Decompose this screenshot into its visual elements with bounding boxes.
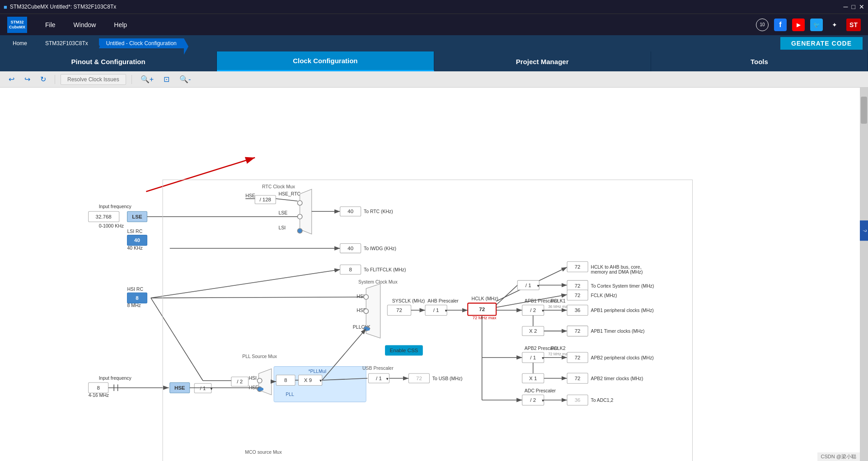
icon-youtube: ▶: [792, 19, 805, 31]
menu-window[interactable]: Window: [74, 21, 96, 28]
apb1-timer-value: 72: [575, 328, 581, 334]
hclk-label-header: HCLK (MHz): [472, 296, 498, 301]
tab-bar: Pinout & Configuration Clock Configurati…: [0, 51, 868, 71]
cortex-div-dropdown: ▼: [536, 284, 540, 288]
pclk2-label: PCLK2: [550, 346, 565, 351]
pll-value: 8: [284, 377, 287, 383]
resolve-clock-issues-button[interactable]: Resolve Clock Issues: [61, 74, 126, 85]
hclk-max: 72 MHz max: [473, 315, 497, 320]
minimize-btn[interactable]: ─: [844, 3, 848, 10]
hclk-cortex-div-line: [496, 285, 517, 305]
diagram-area[interactable]: Input frequency 32.768 0-1000 KHz LSE LS…: [0, 88, 860, 461]
lsi-line-label: LSI: [279, 225, 286, 230]
sys-mux-radio-2[interactable]: [364, 309, 368, 313]
right-scrollbar[interactable]: ?: [860, 88, 868, 461]
icon-10: 10: [756, 19, 769, 31]
apb1-div-value: / 2: [530, 307, 536, 313]
input-freq-1-unit: 0-1000 KHz: [99, 224, 124, 228]
to-iwdg-label: To IWDG (KHz): [364, 246, 396, 251]
redo-button[interactable]: ↪: [21, 73, 33, 85]
hsi-to-div2: [151, 298, 203, 381]
sys-mux-radio-1[interactable]: [364, 295, 368, 299]
hse-div1-dropdown: ▼: [210, 386, 213, 391]
hclk-ahb-value: 72: [575, 264, 581, 270]
hse128-to-mux: [276, 199, 297, 201]
pll-mux-radio-1[interactable]: [257, 378, 262, 383]
rtc-mux-radio-3-selected[interactable]: [297, 228, 302, 233]
help-panel-btn[interactable]: ?: [860, 220, 868, 241]
hclk-ahb-label-2: memory and DMA (MHz): [591, 270, 643, 275]
input-freq-2-value: 8: [97, 385, 99, 391]
apb2-div-value: / 1: [530, 355, 536, 360]
hsi-div2-value: / 2: [237, 379, 243, 384]
breadcrumb-device[interactable]: STM32F103C8Tx: [38, 38, 95, 48]
adc-prescaler-label: ADC Prescaler: [525, 388, 556, 393]
undo-button[interactable]: ↩: [5, 73, 18, 85]
hclk-ahb-label: HCLK to AHB bus, core,: [591, 265, 641, 270]
apb1-periph-label: APB1 peripheral clocks (MHz): [591, 308, 653, 313]
fclk-value: 72: [575, 293, 581, 298]
hse-rtc-label: HSE: [245, 193, 255, 198]
sys-hsi-label: HSI: [357, 294, 364, 299]
hsi-to-sysmux: [151, 297, 364, 298]
system-clock-mux-label: System Clock Mux: [358, 279, 398, 284]
hse-div1-value: / 1: [200, 386, 206, 391]
apb1-div-dropdown: ▼: [541, 308, 545, 313]
rtc-mux-radio-1[interactable]: [297, 200, 302, 205]
fit-button[interactable]: ⊡: [160, 73, 173, 85]
to-iwdg-value: 40: [347, 246, 353, 251]
apb2-timer-value: 72: [575, 376, 581, 381]
menu-file[interactable]: File: [45, 21, 56, 28]
toolbar: ↩ ↪ ↻ Resolve Clock Issues 🔍+ ⊡ 🔍-: [0, 71, 868, 88]
generate-code-button[interactable]: GENERATE CODE: [780, 37, 863, 50]
usb-out-label: To USB (MHz): [432, 376, 463, 381]
ahb-prescaler-label: AHB Prescaler: [427, 298, 459, 303]
hclk-value: 72: [479, 307, 485, 312]
icon-st: ST: [846, 19, 861, 31]
social-icons: 10 f ▶ 🐦 ✦ ST: [756, 19, 861, 31]
menu-bar: STM32CubeMX File Window Help 10 f ▶ 🐦 ✦ …: [0, 14, 868, 35]
to-flit-label: To FLITFCLK (MHz): [364, 267, 406, 272]
usb-prescaler-label: USB Prescaler: [362, 366, 394, 371]
lsi-unit: 40 KHz: [127, 246, 143, 251]
pclk1-label: PCLK1: [550, 298, 565, 303]
app-icon: ■: [4, 4, 7, 10]
diagram-border: [163, 180, 692, 461]
fclk-label: FCLK (MHz): [591, 293, 617, 298]
ahb-div-dropdown: ▼: [444, 308, 448, 313]
lsi-rc-label: LSI RC: [127, 229, 143, 234]
usb-div-dropdown: ▼: [385, 377, 389, 381]
status-bar: CSDN @梁小聪: [817, 452, 860, 461]
title-controls[interactable]: ─ □ ✕: [844, 3, 864, 10]
sysclk-label-header: SYSCLK (MHz): [392, 298, 425, 303]
apb1-timer-label: APB1 Timer clocks (MHz): [591, 329, 644, 334]
main-content: Input frequency 32.768 0-1000 KHz LSE LS…: [0, 88, 868, 461]
window-title: STM32CubeMX Untitled*: STM32F103C8Tx: [10, 4, 116, 10]
rtc-mux-shape[interactable]: [300, 189, 312, 234]
usb-div-value: / 1: [376, 376, 382, 381]
breadcrumb-config[interactable]: Untitled - Clock Configuration: [99, 38, 184, 48]
menu-items: File Window Help: [45, 21, 738, 28]
maximize-btn[interactable]: □: [852, 3, 855, 10]
rtc-mux-radio-2[interactable]: [297, 214, 302, 219]
pll-source-mux-label: PLL Source Mux: [242, 354, 277, 359]
pll-hsi-label: HSI: [249, 376, 257, 381]
refresh-button[interactable]: ↻: [37, 73, 49, 85]
close-btn[interactable]: ✕: [859, 3, 864, 10]
zoom-in-button[interactable]: 🔍+: [137, 73, 157, 85]
tab-tools[interactable]: Tools: [651, 51, 868, 71]
breadcrumb-home[interactable]: Home: [5, 38, 34, 48]
tab-project[interactable]: Project Manager: [434, 51, 651, 71]
toolbar-separator-2: [131, 75, 132, 84]
title-bar: ■ STM32CubeMX Untitled*: STM32F103C8Tx ─…: [0, 0, 868, 14]
ahb-div-value: / 1: [433, 307, 439, 313]
lse-line-label: LSE: [279, 210, 288, 215]
adc-div-dropdown: ▼: [541, 398, 545, 403]
icon-twitter: 🐦: [810, 19, 823, 31]
pll-label-header: *PLLMul: [308, 369, 326, 374]
logo-text: STM32CubeMX: [9, 20, 25, 30]
tab-clock[interactable]: Clock Configuration: [217, 51, 434, 71]
zoom-out-button[interactable]: 🔍-: [176, 73, 194, 85]
menu-help[interactable]: Help: [114, 21, 127, 28]
scroll-thumb[interactable]: [861, 97, 867, 124]
